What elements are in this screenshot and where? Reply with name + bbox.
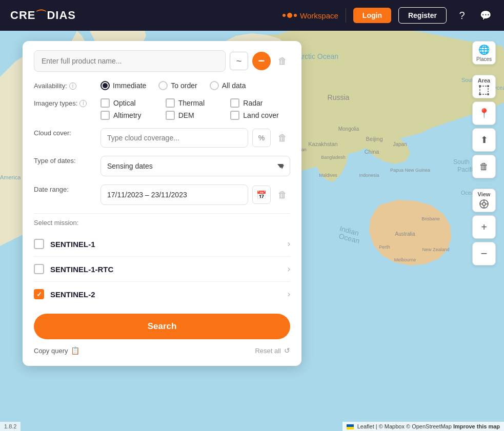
area-label: Area	[478, 77, 490, 84]
product-name-input[interactable]	[34, 50, 226, 72]
improve-map-link[interactable]: Improve this map	[453, 423, 500, 429]
copy-query-label: Copy query	[34, 347, 68, 355]
zoom-in-button[interactable]: +	[472, 215, 496, 239]
svg-text:South: South	[453, 158, 469, 166]
radio-group: Immediate To order All data	[100, 81, 290, 90]
svg-text:Kazakhstan: Kazakhstan	[308, 141, 337, 147]
svg-text:New Zealand: New Zealand	[422, 247, 449, 252]
upload-icon: ⬆	[480, 134, 488, 146]
globe-icon: 🌐	[478, 44, 490, 55]
toolbar-separator-2	[472, 181, 496, 186]
trash-icon-cloud: 🗑	[278, 133, 287, 143]
checkbox-radar[interactable]: Radar	[230, 98, 290, 108]
svg-text:Australia: Australia	[395, 231, 415, 237]
help-button[interactable]: ?	[454, 7, 470, 24]
delete-area-button[interactable]: 🗑	[472, 155, 496, 178]
pin-button[interactable]: 📍	[472, 101, 496, 125]
radio-circle-to-order	[158, 81, 168, 90]
radio-all-data[interactable]: All data	[210, 81, 246, 90]
checkbox-dem-box	[166, 111, 175, 120]
mission-sentinel-2[interactable]: ✓ SENTINEL-2 ›	[34, 282, 290, 306]
mission-sentinel-2-name: SENTINEL-2	[50, 290, 281, 299]
places-button[interactable]: 🌐 Places	[472, 41, 496, 65]
svg-text:China: China	[365, 149, 380, 155]
copy-icon: 📋	[71, 346, 79, 355]
svg-point-37	[479, 93, 481, 95]
ua-flag	[347, 424, 354, 429]
svg-point-36	[487, 85, 489, 87]
radio-circle-immediate	[100, 81, 110, 90]
cloud-cover-label: Cloud cover:	[34, 128, 95, 137]
checkbox-altimetry[interactable]: Altimetry	[100, 111, 160, 120]
date-clear-button[interactable]: 🗑	[275, 187, 290, 202]
search-panel: ~ − 🗑 Availability: i Immediate To order	[23, 41, 301, 366]
svg-text:Bangladesh: Bangladesh	[321, 155, 346, 160]
area-icon	[478, 85, 490, 96]
mission-sentinel-1[interactable]: SENTINEL-1 ›	[34, 232, 290, 257]
login-button[interactable]: Login	[353, 8, 391, 23]
places-label: Places	[476, 56, 492, 62]
imagery-types-label: Imagery types: i	[34, 98, 95, 107]
cloud-cover-row: Cloud cover: % 🗑	[34, 128, 290, 148]
date-range-row: Date range: 📅 🗑	[34, 184, 290, 205]
checkbox-land-cover[interactable]: Land cover	[230, 111, 290, 120]
divider	[34, 213, 290, 214]
svg-text:Maldives: Maldives	[319, 173, 337, 178]
reset-all-button[interactable]: Reset all ↺	[255, 346, 290, 355]
type-of-dates-row: Type of dates: Sensing dates Publication…	[34, 156, 290, 176]
svg-text:Papua New Guinea: Papua New Guinea	[390, 168, 430, 173]
checkbox-altimetry-box	[100, 111, 110, 120]
workspace-link[interactable]: Workspace	[283, 11, 338, 20]
date-range-input[interactable]	[100, 184, 248, 205]
view-button[interactable]: View	[472, 189, 496, 212]
logo: CRE ⌒ DIAS	[10, 8, 76, 23]
mission-sentinel-1-rtc[interactable]: SENTINEL-1-RTC ›	[34, 257, 290, 282]
date-range-content: 📅 🗑	[100, 184, 290, 205]
svg-text:Japan: Japan	[393, 141, 407, 147]
mapbox-label: © Mapbox	[379, 423, 405, 429]
svg-point-38	[487, 93, 489, 95]
collapse-button[interactable]: −	[252, 52, 271, 70]
checkbox-dem[interactable]: DEM	[166, 111, 226, 120]
chat-icon: 💬	[480, 10, 491, 21]
availability-row: Availability: i Immediate To order All d…	[34, 81, 290, 90]
svg-text:Brisbane: Brisbane	[421, 216, 440, 221]
percent-button[interactable]: %	[252, 129, 271, 147]
radio-immediate[interactable]: Immediate	[100, 81, 146, 90]
upload-button[interactable]: ⬆	[472, 128, 496, 152]
register-button[interactable]: Register	[398, 7, 447, 24]
zoom-out-button[interactable]: −	[472, 242, 496, 265]
radio-circle-all-data	[210, 81, 219, 90]
imagery-info-icon[interactable]: i	[79, 100, 87, 107]
chat-button[interactable]: 💬	[477, 7, 494, 24]
type-of-dates-label: Type of dates:	[34, 156, 95, 165]
cloud-coverage-input[interactable]	[100, 128, 248, 148]
svg-text:Indonesia: Indonesia	[359, 173, 379, 178]
cloud-clear-button[interactable]: 🗑	[275, 130, 290, 146]
checkbox-optical[interactable]: Optical	[100, 98, 160, 108]
search-button[interactable]: Search	[34, 314, 290, 339]
select-mission-label: Select mission:	[34, 219, 290, 227]
imagery-types-row: Imagery types: i Optical Thermal Radar	[34, 98, 290, 120]
workspace-icon	[283, 13, 297, 18]
availability-info-icon[interactable]: i	[69, 83, 76, 90]
copy-query-button[interactable]: Copy query 📋	[34, 346, 79, 355]
svg-text:Melbourne: Melbourne	[394, 257, 416, 262]
calendar-button[interactable]: 📅	[252, 186, 271, 204]
mission-sentinel-2-checkbox: ✓	[34, 289, 44, 299]
navbar-divider	[346, 8, 346, 23]
workspace-label: Workspace	[300, 11, 338, 20]
svg-rect-34	[480, 86, 488, 94]
checkbox-thermal[interactable]: Thermal	[166, 98, 226, 108]
cloud-cover-input-row: % 🗑	[100, 128, 290, 148]
area-button[interactable]: Area	[472, 75, 496, 98]
tilde-button[interactable]: ~	[230, 52, 248, 70]
pin-icon: 📍	[478, 108, 490, 119]
checkbox-optical-box	[100, 98, 110, 108]
map-attribution: Leaflet | © Mapbox © OpenStreetMap Impro…	[342, 422, 504, 431]
clear-search-button[interactable]: 🗑	[275, 53, 290, 69]
checkbox-land-cover-box	[230, 111, 239, 120]
date-type-select[interactable]: Sensing dates Publication dates	[100, 156, 290, 176]
radio-to-order[interactable]: To order	[158, 81, 197, 90]
availability-label: Availability: i	[34, 81, 95, 90]
